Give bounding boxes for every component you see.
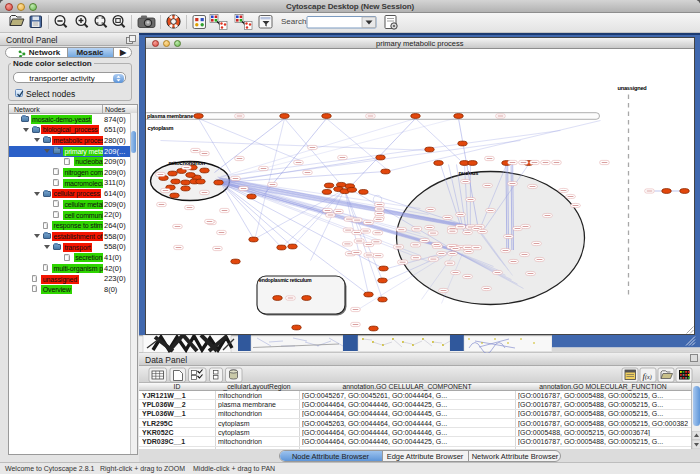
- svg-text:cytoplasm: cytoplasm: [147, 125, 173, 131]
- svg-text:mitochondrion: mitochondrion: [168, 160, 205, 166]
- svg-text:unassigned: unassigned: [617, 84, 647, 90]
- svg-text:endoplasmic reticulum: endoplasmic reticulum: [259, 276, 312, 282]
- svg-text:plasma membrane: plasma membrane: [147, 112, 193, 118]
- svg-text:Search:: Search:: [281, 17, 309, 26]
